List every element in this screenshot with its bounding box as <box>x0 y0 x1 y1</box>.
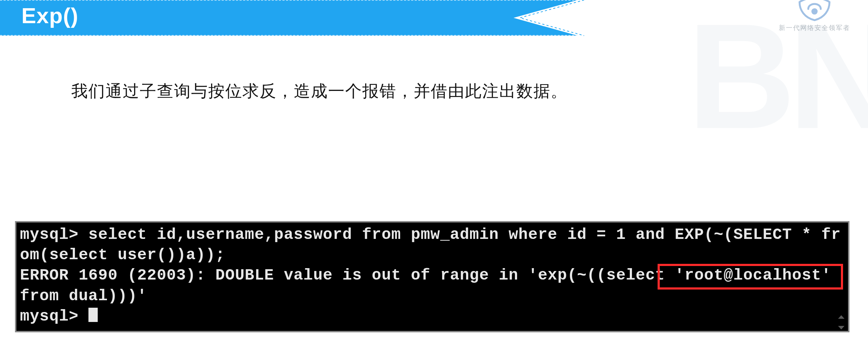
terminal-cursor-icon <box>88 308 98 322</box>
terminal: mysql> select id,username,password from … <box>15 221 849 332</box>
title-bar <box>0 0 578 36</box>
body-paragraph: 我们通过子查询与按位求反，造成一个报错，并借由此注出数据。 <box>71 80 568 102</box>
shield-icon <box>795 0 834 21</box>
title-bar-notch <box>514 0 578 36</box>
terminal-line-2: ERROR 1690 (22003): DOUBLE value is out … <box>20 266 841 305</box>
page-title: Exp() <box>21 3 78 28</box>
terminal-line-1: mysql> select id,username,password from … <box>20 226 841 264</box>
terminal-container: mysql> select id,username,password from … <box>15 221 849 332</box>
terminal-prompt: mysql> <box>20 307 88 325</box>
svg-point-0 <box>811 8 818 15</box>
logo-area: 新一代网络安全领军者 <box>779 0 850 32</box>
scroll-indicator-icon <box>835 315 847 329</box>
logo-subtext: 新一代网络安全领军者 <box>779 24 850 32</box>
